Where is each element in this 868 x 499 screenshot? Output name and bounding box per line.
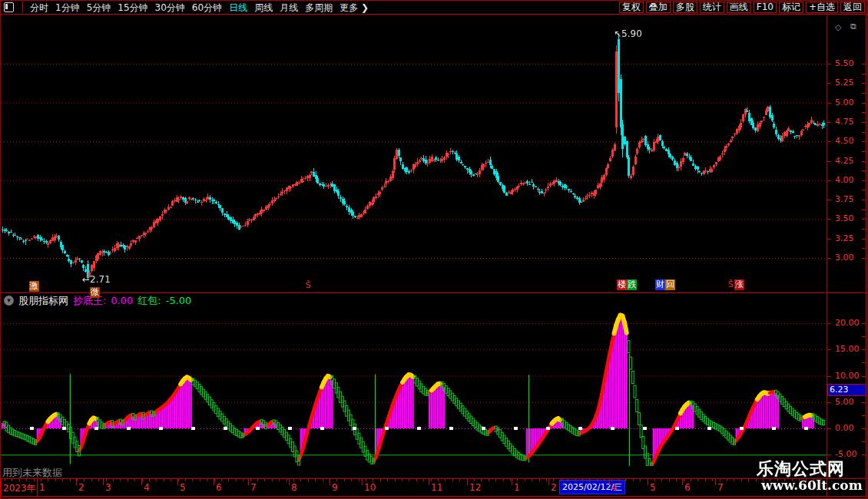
date-axis-month-label: 12 <box>469 482 481 493</box>
date-axis-month-tick <box>609 478 610 485</box>
toolbar-period-1[interactable]: 分时 <box>30 2 48 14</box>
price-axis-minor-tick <box>862 210 866 210</box>
date-axis-month-label: 8 <box>291 482 297 493</box>
price-axis-minor-tick <box>862 141 866 142</box>
date-axis-month-tick <box>362 478 363 485</box>
indicator-axis-minor-tick <box>862 415 866 416</box>
date-axis-minor-tick <box>633 478 634 481</box>
indicator-axis-minor-tick <box>862 349 866 350</box>
date-axis-month-label: 2 <box>551 482 557 493</box>
date-axis-minor-tick <box>575 478 576 481</box>
price-axis-minor-tick <box>862 229 866 230</box>
date-axis-minor-tick <box>705 478 706 481</box>
date-axis-minor-tick <box>12 478 12 481</box>
price-axis-minor-tick <box>862 180 866 181</box>
date-axis-minor-tick <box>691 478 691 481</box>
signal-glyph: 跌 <box>627 279 637 290</box>
toolbar-action-9[interactable]: 返回 <box>840 2 865 13</box>
pane-layout-icon[interactable] <box>4 2 14 12</box>
signal-glyph: 激 <box>29 281 39 292</box>
indicator-header: ▾ 股朋指标网 抄底王: 0.00 红包: -5.00 <box>1 293 830 308</box>
date-axis-minor-tick <box>589 478 590 481</box>
toolbar-action-2[interactable]: 叠加 <box>646 2 671 13</box>
date-axis-minor-tick <box>134 478 135 481</box>
price-axis-minor-tick <box>862 64 866 64</box>
toolbar-period-3[interactable]: 5分钟 <box>87 2 111 14</box>
date-axis-minor-tick <box>91 478 92 481</box>
date-axis-minor-tick <box>77 478 78 481</box>
toolbar-period-11[interactable]: 更多 ❯ <box>340 2 369 14</box>
price-axis-label: 4.25 <box>835 156 854 166</box>
toolbar-action-6[interactable]: F10 <box>754 2 777 13</box>
date-axis-minor-tick <box>625 478 626 481</box>
date-axis-minor-tick <box>525 478 525 481</box>
toolbar-action-7[interactable]: 标记 <box>779 2 803 13</box>
date-axis-minor-tick <box>272 478 273 481</box>
toolbar-period-6[interactable]: 60分钟 <box>192 2 222 14</box>
window-icon[interactable]: ⧉ <box>850 21 856 31</box>
signal-glyph: 涨 <box>734 279 744 290</box>
indicator-axis-tick <box>827 402 831 403</box>
date-axis-minor-tick <box>279 478 280 481</box>
signal-label: 楼跌 <box>617 279 637 290</box>
price-axis-minor-tick <box>862 93 866 94</box>
toolbar-period-9[interactable]: 月线 <box>280 2 298 14</box>
indicator-axis-tick <box>827 376 831 377</box>
date-axis-minor-tick <box>120 478 121 481</box>
indicator-current-value: 6.23 <box>827 384 866 396</box>
toolbar-period-8[interactable]: 周线 <box>254 2 273 14</box>
toolbar-period-4[interactable]: 15分钟 <box>118 2 147 14</box>
date-axis-minor-tick <box>323 478 323 481</box>
price-axis-minor-tick <box>862 83 866 84</box>
toolbar-action-5[interactable]: 画线 <box>727 2 751 13</box>
toolbar-period-2[interactable]: 1分钟 <box>55 2 80 14</box>
price-axis-minor-tick <box>862 112 866 113</box>
date-axis-minor-tick <box>336 478 337 481</box>
date-axis-month-label: 5 <box>650 482 656 493</box>
price-axis-minor-tick <box>862 200 866 200</box>
price-axis-label: 4.75 <box>835 117 854 127</box>
date-axis-minor-tick <box>741 478 742 481</box>
toolbar-period-5[interactable]: 30分钟 <box>155 2 185 14</box>
trading-app-window: 分时1分钟5分钟15分钟30分钟60分钟日线周线月线多周期更多 ❯ 复权叠加多股… <box>0 0 868 499</box>
date-axis-minor-tick <box>236 478 237 481</box>
diamond-icon[interactable]: ◇ <box>835 22 841 32</box>
date-axis-minor-tick <box>149 478 150 481</box>
period-toolbar: 分时1分钟5分钟15分钟30分钟60分钟日线周线月线多周期更多 ❯ <box>1 2 369 14</box>
date-axis-minor-tick <box>344 478 345 481</box>
date-axis-minor-tick <box>431 478 432 481</box>
toolbar-action-3[interactable]: 多股 <box>673 2 697 13</box>
signal-glyph: 回 <box>665 279 675 290</box>
indicator-chart[interactable] <box>1 308 827 466</box>
date-axis-minor-tick <box>640 478 641 481</box>
signal-label: 财回 <box>655 279 675 290</box>
high-price-annotation: ↖5.90 <box>614 28 642 39</box>
toolbar-period-7[interactable]: 日线 <box>229 2 247 14</box>
indicator-chevron-icon[interactable]: ▾ <box>4 296 14 306</box>
date-axis-minor-tick <box>26 478 27 481</box>
date-axis-minor-tick <box>445 478 446 481</box>
date-axis-month-tick <box>682 478 683 485</box>
date-axis-minor-tick <box>106 478 107 481</box>
date-axis-minor-tick <box>748 478 749 481</box>
main-price-chart[interactable] <box>1 15 827 292</box>
toolbar-action-8[interactable]: +自选 <box>806 2 838 13</box>
date-axis-minor-tick <box>5 478 5 481</box>
watermark-site-url: www.60lt.com <box>761 478 863 493</box>
price-axis-label: 5.50 <box>835 58 854 68</box>
price-axis-label: 3.25 <box>835 233 854 243</box>
toolbar-period-10[interactable]: 多周期 <box>305 2 333 14</box>
date-axis-minor-tick <box>128 478 128 481</box>
date-axis-minor-tick <box>62 478 63 481</box>
date-axis-minor-tick <box>70 478 71 481</box>
date-axis-minor-tick <box>264 478 265 481</box>
price-axis-tick <box>827 122 831 123</box>
date-axis-month-label: 7 <box>717 482 724 493</box>
toolbar-action-4[interactable]: 统计 <box>700 2 724 13</box>
date-axis-minor-tick <box>474 478 475 481</box>
date-axis-minor-tick <box>517 478 518 481</box>
toolbar-action-1[interactable]: 复权 <box>619 2 644 13</box>
indicator-axis-minor-tick <box>862 362 866 363</box>
indicator-axis-minor-tick <box>862 428 866 429</box>
price-axis-label: 3.50 <box>835 213 854 223</box>
